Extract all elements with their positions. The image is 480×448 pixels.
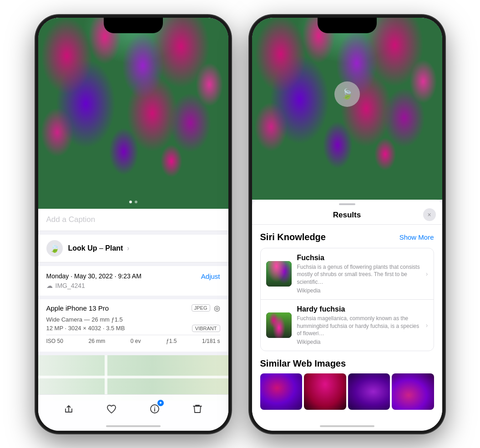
home-indicator-right [320, 425, 374, 427]
exif-iso: ISO 50 [46, 338, 63, 344]
favorite-button[interactable] [103, 401, 120, 417]
similar-img-4[interactable] [392, 373, 434, 410]
vibrant-badge: VIBRANT [192, 325, 220, 332]
fuchsia-desc: Fuchsia is a genus of flowering plants t… [297, 263, 420, 286]
hardy-info: Hardy fuchsia Fuchsia magellanica, commo… [297, 305, 420, 345]
exif-ev: 0 ev [131, 338, 141, 344]
notch-left [104, 18, 163, 33]
lens-icon: ◎ [214, 304, 220, 312]
photo-dots-left [129, 201, 137, 203]
fuchsia-chevron-icon: › [426, 270, 428, 277]
camera-badges: JPEG ◎ [192, 304, 220, 312]
camera-section: Apple iPhone 13 Pro JPEG ◎ Wide Camera —… [38, 299, 228, 352]
metadata-section: Monday · May 30, 2022 · 9:23 AM Adjust ☁… [38, 266, 228, 296]
siri-leaf-icon: 🍃 [341, 88, 353, 100]
siri-knowledge-title: Siri Knowledge [260, 232, 326, 242]
exif-focal: 26 mm [88, 338, 105, 344]
fuchsia-name: Fuchsia [297, 254, 420, 262]
similar-img-2[interactable] [304, 373, 346, 410]
similar-img-1[interactable] [260, 373, 303, 410]
lookup-row[interactable]: 🍃 Look Up – Plant › [38, 235, 228, 262]
camera-header: Apple iPhone 13 Pro JPEG ◎ [46, 304, 220, 312]
hardy-thumb [266, 312, 292, 338]
exif-aperture: ƒ1.5 [166, 338, 177, 344]
fuchsia-source: Wikipedia [297, 287, 420, 294]
show-more-button[interactable]: Show More [399, 233, 434, 241]
share-button[interactable] [61, 401, 77, 417]
photo-dot-1 [129, 201, 132, 203]
hardy-source: Wikipedia [297, 339, 420, 345]
knowledge-item-fuchsia[interactable]: Fuchsia Fuchsia is a genus of flowering … [261, 248, 434, 299]
adjust-button[interactable]: Adjust [201, 272, 220, 280]
hardy-name: Hardy fuchsia [297, 305, 420, 313]
results-scroll: Siri Knowledge Show More [252, 225, 442, 418]
similar-img-3[interactable] [348, 373, 390, 410]
photo-area-left [38, 18, 228, 209]
lookup-chevron-icon: › [127, 244, 129, 252]
cloud-icon: ☁ [46, 282, 53, 289]
lookup-text-bold: Look Up [68, 244, 97, 252]
right-phone-inner: 🍃 Results × [252, 18, 442, 431]
notch-right [318, 18, 377, 33]
similar-title: Similar Web Images [260, 358, 434, 369]
left-screen: Add a Caption 🍃 Look Up – Plant › [38, 18, 228, 431]
right-screen: 🍃 Results × [252, 18, 442, 431]
similar-section: Similar Web Images [260, 358, 434, 410]
lookup-label: Look Up – Plant › [68, 244, 130, 252]
lookup-sublabel: Plant [105, 244, 123, 252]
fuchsia-info: Fuchsia Fuchsia is a genus of flowering … [297, 254, 420, 294]
left-phone: Add a Caption 🍃 Look Up – Plant › [35, 15, 231, 433]
siri-knowledge-header: Siri Knowledge Show More [260, 232, 434, 242]
meta-date-row: Monday · May 30, 2022 · 9:23 AM Adjust [46, 272, 220, 280]
map-area[interactable] [38, 355, 228, 401]
info-badge: ✦ [157, 400, 164, 406]
camera-name: Apple iPhone 13 Pro [46, 304, 109, 312]
svg-point-1 [154, 407, 155, 408]
results-panel: Results × Siri Knowledge Show More [252, 200, 442, 431]
filename-text: IMG_4241 [56, 282, 85, 289]
results-photo-area: 🍃 [252, 18, 442, 200]
map-bg [38, 355, 228, 401]
flower-photo-left [38, 18, 228, 209]
camera-detail: Wide Camera — 26 mm ƒ1.5 [46, 316, 220, 323]
caption-area[interactable]: Add a Caption [38, 209, 228, 231]
close-button[interactable]: × [423, 208, 436, 221]
fuchsia-thumb-bg [266, 261, 292, 287]
leaf-icon: 🍃 [50, 243, 60, 253]
siri-circle: 🍃 [334, 81, 360, 107]
scene: Add a Caption 🍃 Look Up – Plant › [0, 0, 480, 448]
similar-images [260, 373, 434, 410]
camera-tech: 12 MP · 3024 × 4032 · 3.5 MB VIBRANT [46, 325, 220, 332]
exif-shutter: 1/181 s [202, 338, 220, 344]
meta-filename: ☁ IMG_4241 [46, 282, 220, 289]
knowledge-card: Fuchsia Fuchsia is a genus of flowering … [260, 248, 434, 352]
caption-placeholder: Add a Caption [46, 215, 96, 224]
fuchsia-thumb [266, 261, 292, 287]
photo-dot-2 [135, 201, 137, 203]
flower-bg-right [252, 18, 442, 200]
left-phone-inner: Add a Caption 🍃 Look Up – Plant › [38, 18, 228, 431]
close-icon: × [427, 211, 431, 218]
exif-row: ISO 50 26 mm 0 ev ƒ1.5 1/181 s [46, 335, 220, 347]
tech-specs: 12 MP · 3024 × 4032 · 3.5 MB [46, 325, 125, 332]
flower-bg-left [38, 18, 228, 209]
map-road-v [105, 355, 107, 401]
hardy-thumb-bg [266, 312, 292, 338]
right-phone: 🍃 Results × [249, 15, 445, 433]
format-badge: JPEG [192, 304, 210, 312]
hardy-desc: Fuchsia magellanica, commonly known as t… [297, 315, 420, 337]
results-header: Results × [252, 205, 442, 225]
knowledge-item-hardy[interactable]: Hardy fuchsia Fuchsia magellanica, commo… [261, 299, 434, 351]
results-title: Results [333, 211, 361, 220]
home-indicator-left [106, 425, 161, 427]
meta-date: Monday · May 30, 2022 · 9:23 AM [46, 272, 141, 280]
map-road-h [38, 376, 228, 378]
delete-button[interactable] [189, 401, 206, 417]
hardy-chevron-icon: › [426, 322, 428, 329]
info-button[interactable]: ✦ [147, 401, 163, 417]
results-flower-photo: 🍃 [252, 18, 442, 200]
lookup-icon: 🍃 [46, 240, 63, 257]
